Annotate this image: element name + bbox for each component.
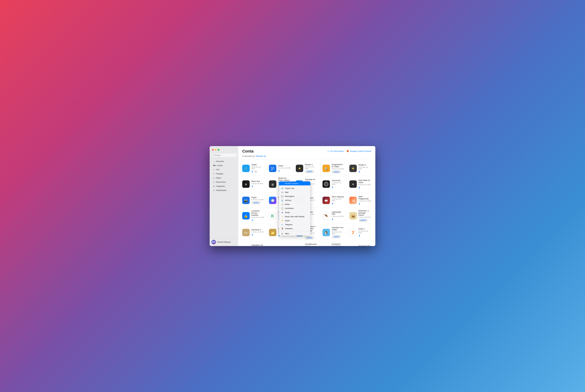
download-button[interactable]: ⬇ xyxy=(278,170,280,172)
menu-item-label: Notas xyxy=(285,203,290,205)
list-item: 🎨 Pixelmator Pro 29 de nov. de 2017 ABRI… xyxy=(347,245,371,246)
app-row: 🐧 Tweetbot 2 for Twitter 16 de mar. de 2… xyxy=(242,241,371,246)
tweetbot-icon: 🐧 xyxy=(281,228,284,230)
sidebar-item-label: Trabalhe xyxy=(216,173,223,175)
open-button[interactable]: ABRIR xyxy=(305,170,314,173)
subtitle-prefix: Comprado por xyxy=(242,155,255,157)
sidebar-item-crie[interactable]: ✏ Crie xyxy=(211,168,237,172)
download-button[interactable]: ⬇ xyxy=(332,186,334,189)
app-info: Lockdown Privacy - Desktop 14 de fev. de… xyxy=(251,210,264,222)
app-info: Swift Playgrounds 3 de mar. de 2020 ⬇ xyxy=(358,196,371,205)
download-button[interactable]: ⬇ xyxy=(251,170,253,173)
gift-icon: 🎁 xyxy=(346,150,349,152)
menu-item-lembretes[interactable]: 📋 Lembretes xyxy=(279,206,310,210)
svg-text:📷: 📷 xyxy=(244,199,248,203)
app-name: Reeder 4 xyxy=(358,164,371,166)
search-icon: 🔍 xyxy=(212,154,214,156)
menu-item-mais[interactable]: ⊕ Mais... xyxy=(279,232,310,236)
reminders-icon: 📋 xyxy=(281,207,284,210)
droplr-icon: ● xyxy=(281,211,284,214)
app-name: Lightweight PDF xyxy=(332,211,344,215)
svg-text:☀: ☀ xyxy=(352,183,354,186)
menu-item-spark[interactable]: ⚡ Spark xyxy=(279,219,310,223)
app-date: 16 de out. de 2020 xyxy=(305,166,318,169)
menu-item-mensagens[interactable]: 💬 Mensagens xyxy=(279,194,310,198)
menu-item-ocultar[interactable]: Ocultar Compra... xyxy=(279,182,310,185)
app-date: 13 de ago. de 2020 xyxy=(358,166,371,170)
menu-item-tweetbot[interactable]: 🐧 Tweetbot xyxy=(279,227,310,231)
arcade-icon: 🎮 xyxy=(213,164,216,167)
download-button[interactable]: ⬇ xyxy=(358,186,360,189)
close-button[interactable] xyxy=(212,149,214,151)
minimize-button[interactable] xyxy=(215,149,216,151)
app-date: 6 de fev. de 2019 xyxy=(251,231,264,233)
app-icon-meeter: ||| xyxy=(269,180,276,188)
open-button[interactable]: ABRIR xyxy=(332,170,341,174)
app-date: 17 de mar. de 2020 xyxy=(332,198,344,202)
app-actions: ⬇ ··· xyxy=(251,170,264,173)
app-date: 4 de dez. de 2020 xyxy=(278,167,291,169)
download-button[interactable]: ⬇ xyxy=(251,219,253,222)
app-icon-messenger: 💬 xyxy=(269,197,276,204)
open-button[interactable]: ABRIR xyxy=(305,236,314,240)
sidebar-item-trabalhe[interactable]: ✈ Trabalhe xyxy=(211,172,237,176)
open-button[interactable]: ABRIR xyxy=(332,235,341,238)
download-button[interactable]: ⬇ xyxy=(332,202,334,205)
svg-text:🐧: 🐧 xyxy=(324,231,328,235)
app-icon-altoodyssey: 🏔 xyxy=(322,197,330,204)
list-item: 🕊 Aviary 4 de dez. de 2020 ⬇ xyxy=(267,165,293,172)
maximize-button[interactable] xyxy=(218,149,220,151)
menu-item-mail[interactable]: ✉ Mail xyxy=(279,190,310,194)
menu-item-notas[interactable]: 📝 Notas xyxy=(279,202,310,206)
menu-item-airdrop[interactable]: 📡 AirDrop xyxy=(279,198,310,202)
menu-item-read-later[interactable]: ★ Read Later with Reeder xyxy=(279,215,310,219)
sidebar-item-arcade[interactable]: 🎮 Arcade xyxy=(211,164,237,168)
list-item: 🐦 Twitter 10 de mar. de 2021 ⬇ ··· xyxy=(242,164,266,173)
download-button[interactable]: ⬇ xyxy=(251,185,253,188)
search-box[interactable]: 🔍 xyxy=(212,154,236,157)
updates-icon: ⊕ xyxy=(213,189,215,192)
header-top: Conta ⓘ Ver Informações 🎁 Resgatar Cartã… xyxy=(242,149,371,154)
app-info: Dark Mode for Safari 9 de abr. de 2020 ⬇ xyxy=(358,179,371,189)
menu-item-label: AirDrop xyxy=(285,199,291,201)
menu-item-label: Spark xyxy=(285,220,290,222)
sidebar-item-atualizacoes[interactable]: ⊕ Atualizações xyxy=(211,188,237,192)
ver-informacoes-btn[interactable]: ⓘ Ver Informações xyxy=(328,150,344,152)
more-icon: ⊕ xyxy=(281,232,284,235)
menu-item-label: Mail xyxy=(285,191,288,193)
app-name: Dark Mode for Safari xyxy=(358,179,371,184)
search-input[interactable] xyxy=(215,154,235,156)
sidebar-item-descobrir[interactable]: ☆ Descubra xyxy=(211,159,237,163)
download-button[interactable]: ⬇ xyxy=(251,234,253,236)
app-name: Aviary xyxy=(278,165,291,167)
menu-item-telegram[interactable]: ✈ Telegram xyxy=(279,223,310,227)
menu-item-droplr[interactable]: ● Droplr xyxy=(279,210,310,215)
resgatar-btn[interactable]: 🎁 Resgatar Cartão-Presente xyxy=(346,150,371,152)
sidebar-item-desenvolva[interactable]: ⬡ Desenvolva xyxy=(211,180,237,184)
list-item: ★ Reeder 4 13 de ago. de 2020 ⬇ xyxy=(347,164,371,173)
app-icon-tweetbot3: 🐧 xyxy=(322,229,330,236)
app-icon-reeder5: ★ xyxy=(296,165,303,172)
list-item: 📦 Deliveries: a package tracker 6 de fev… xyxy=(347,210,371,222)
app-icon-infuse7: 7 xyxy=(349,229,357,236)
sidebar-item-categorias[interactable]: ⊞ Categorias xyxy=(211,184,237,188)
sidebar-footer: EM Eduardo Marques xyxy=(210,238,238,246)
app-info: Tweetbot 2 for Twitter 16 de mar. de 201… xyxy=(251,244,264,246)
list-item: 🔍 ImageSearch for Safari 9 de set. de 20… xyxy=(320,163,347,174)
app-info: Deliveries 3 6 de fev. de 2019 ⬇ xyxy=(251,229,264,236)
menu-item-label: Droplr xyxy=(285,211,290,214)
more-button[interactable]: ··· xyxy=(254,170,257,173)
menu-item-copiar-link[interactable]: 🔗 Copiar Link xyxy=(279,186,310,190)
app-info: Black Test 1 de jul. de 2020 ⬇ xyxy=(251,180,264,188)
sidebar-item-jogue[interactable]: ◎ Jogue xyxy=(211,176,237,180)
list-item: ◁ Swift Playgrounds 3 de mar. de 2020 ⬇ xyxy=(347,196,371,205)
user-link[interactable]: Eduardo xyxy=(256,155,264,157)
subtitle-row: Comprado por Eduardo ◆ xyxy=(242,155,371,157)
download-button[interactable]: ⬇ xyxy=(358,170,360,173)
open-button[interactable]: ABRIR xyxy=(358,219,368,222)
download-button[interactable]: ⬇ xyxy=(332,218,334,221)
menu-item-label: Read Later with Reeder xyxy=(285,216,304,218)
open-button[interactable]: ABRIR xyxy=(251,201,261,204)
download-button[interactable]: ⬇ xyxy=(358,234,360,237)
download-button[interactable]: ⬇ xyxy=(358,202,360,205)
